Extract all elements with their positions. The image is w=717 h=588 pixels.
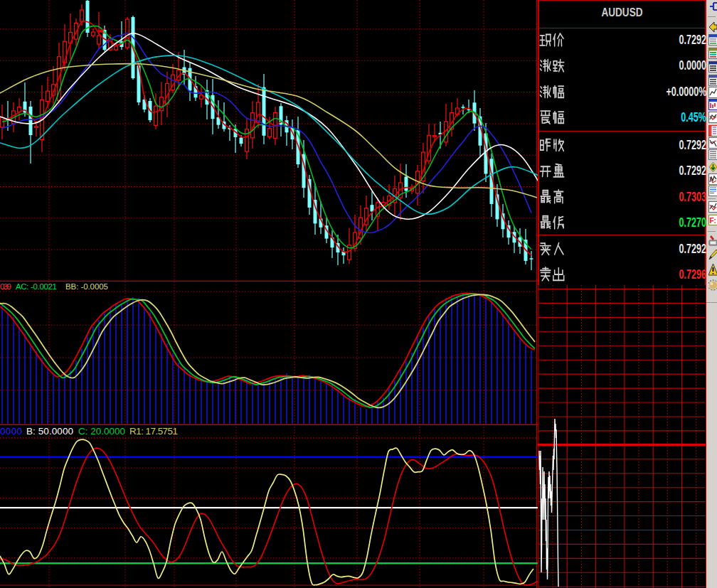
svg-text:039AC: -0.0021BB: -0.0005: 039AC: -0.0021BB: -0.0005 [0,282,108,291]
svg-text:0000B: 50.0000C: 20.0000R1: 17: 0000B: 50.0000C: 20.0000R1: 17.5751 [0,426,178,437]
svg-text:F:: F: [709,217,716,225]
